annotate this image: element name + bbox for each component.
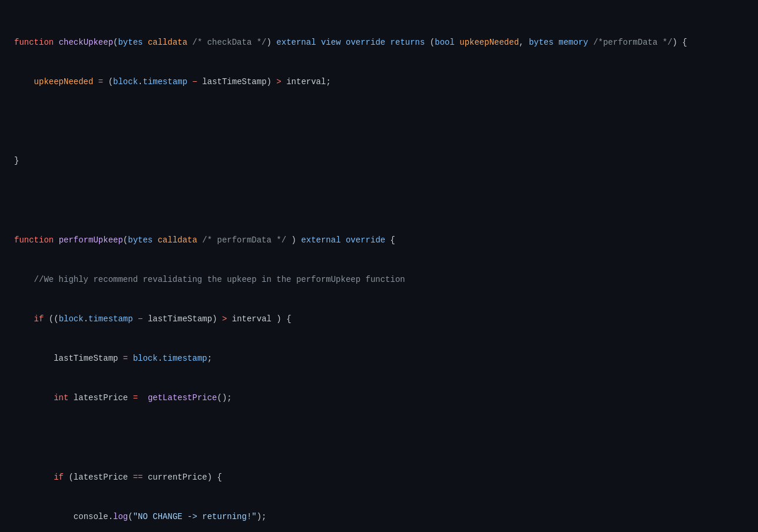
line-8: if ((block.timestamp − lastTimeStamp) > … xyxy=(14,312,744,325)
line-5 xyxy=(14,194,744,207)
line-12: if (latestPrice == currentPrice) { xyxy=(14,471,744,484)
line-4: } xyxy=(14,154,744,167)
line-1: function checkUpkeep(bytes calldata /* c… xyxy=(14,36,744,49)
line-9: lastTimeStamp = block.timestamp; xyxy=(14,352,744,365)
line-2: upkeepNeeded = (block.timestamp − lastTi… xyxy=(14,75,744,88)
code-editor: function checkUpkeep(bytes calldata /* c… xyxy=(0,0,758,532)
line-3 xyxy=(14,115,744,128)
line-10: int latestPrice = getLatestPrice(); xyxy=(14,391,744,404)
line-7: //We highly recommend revalidating the u… xyxy=(14,273,744,286)
line-13: console.log("NO CHANGE -> returning!"); xyxy=(14,510,744,523)
line-6: function performUpkeep(bytes calldata /*… xyxy=(14,234,744,247)
line-11 xyxy=(14,431,744,444)
